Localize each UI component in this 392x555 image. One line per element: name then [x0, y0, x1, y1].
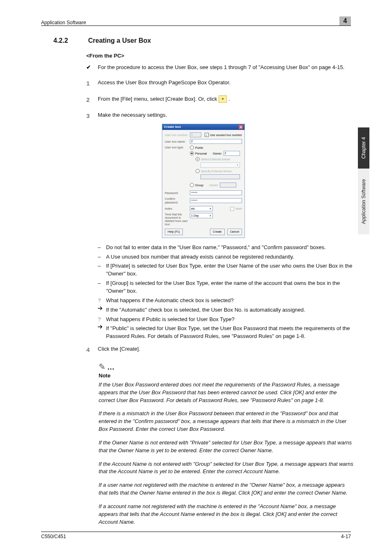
close-icon[interactable]: ✕ [239, 125, 243, 129]
use-unused-label: Use unused box number [210, 133, 242, 137]
user-box-name-input[interactable]: 2 [190, 139, 242, 144]
time-delete-label: Time that the document is deleted from u… [165, 213, 189, 226]
note-icon: ✎ [99, 362, 106, 371]
sub-heading: <From the PC> [86, 53, 353, 59]
note-paragraph: If a user name not registered with the m… [99, 481, 353, 497]
index-select[interactable]: etc▼ [190, 206, 213, 211]
step-number: 4 [86, 345, 98, 354]
help-button[interactable]: Help (F1) [165, 229, 183, 235]
personal-radio[interactable] [190, 151, 194, 155]
note-paragraph: If a account name not registered with th… [99, 503, 353, 526]
footer-model: C550/C451 [41, 534, 66, 539]
owner-input[interactable]: 2 [224, 151, 240, 156]
step-number: 1 [86, 79, 98, 88]
arrow-right-icon [98, 306, 106, 314]
create-box-icon: ✦ [219, 95, 227, 103]
dialog-titlebar: Create box ✕ [162, 124, 244, 130]
use-unused-checkbox[interactable]: ✓ [205, 133, 209, 137]
user-box-type-label: User box type: [165, 146, 189, 149]
time-delete-select[interactable]: 1 Day▼ [190, 213, 213, 218]
confirm-password-label: Confirm password: [165, 197, 189, 204]
public-label: Public [195, 146, 203, 150]
dash-icon: – [98, 280, 106, 295]
step-1: 1 Access the User Box through PageScope … [98, 79, 353, 88]
list-item: – If [Group] is selected for the User Bo… [98, 280, 353, 295]
note-heading: Note [99, 372, 353, 379]
owner-label: Owner: [212, 152, 222, 155]
dash-icon: – [98, 244, 106, 252]
dialog-title: Create box [164, 125, 181, 129]
chapter-number-badge: 4 [339, 16, 351, 25]
list-item: – A Use unused box number that already e… [98, 253, 353, 261]
answer-row: If the "Automatic" check box is selected… [98, 306, 353, 314]
index-label: Index: [165, 207, 189, 210]
select-ext-dropdown[interactable]: ▼ [201, 162, 240, 168]
user-box-number-input[interactable]: 1 [190, 132, 201, 137]
group-radio[interactable] [190, 183, 194, 187]
step-3: 3 Make the necessary settings. [98, 111, 353, 120]
side-tab-section: Application Software [358, 169, 369, 234]
page-header: Application Software 4 [41, 16, 351, 26]
section-heading: 4.2.2 Creating a User Box [53, 37, 353, 44]
question-row: ? What happens if Public is selected for… [98, 316, 353, 324]
dash-icon: – [98, 253, 106, 261]
specify-ext-input[interactable] [201, 174, 240, 179]
prereq-note: ✔ For the procedure to access the User B… [86, 64, 353, 72]
create-box-dialog: Create box ✕ User box number: 1 ✓ Use un… [162, 124, 245, 238]
main-checkbox[interactable] [230, 207, 234, 211]
arrow-right-icon [98, 325, 106, 340]
main-label: Main [235, 207, 242, 210]
step-text: From the [File] menu, select [Create Box… [98, 95, 230, 104]
step-number: 3 [86, 111, 98, 120]
specify-ext-label: Specify External Server [201, 169, 232, 173]
step-4: 4 Click the [Create]. [98, 345, 353, 354]
breadcrumb: Application Software [41, 20, 86, 25]
group-label: Group [195, 183, 203, 187]
question-icon: ? [98, 297, 106, 305]
create-button[interactable]: Create [210, 229, 225, 235]
personal-label: Personal [195, 152, 207, 155]
cancel-button[interactable]: Cancel [227, 229, 242, 235]
user-box-name-label: User box name: [165, 140, 189, 143]
select-ext-label: Select External Server [201, 157, 231, 161]
footer-page: 4-17 [341, 534, 351, 539]
step-number: 2 [86, 95, 98, 104]
step-2: 2 From the [File] menu, select [Create B… [98, 95, 353, 104]
prereq-text: For the procedure to access the User Box… [98, 64, 344, 72]
dash-icon: – [98, 262, 106, 278]
list-item: – If [Private] is selected for User Box … [98, 262, 353, 278]
step-text: Make the necessary settings. [98, 111, 167, 120]
side-tab-chapter: Chapter 4 [358, 127, 369, 169]
note-paragraph: If the Owner Name is not entered with "P… [99, 439, 353, 455]
step-text: Access the User Box through PageScope Bo… [98, 79, 231, 88]
note-paragraph: If the Account Name is not entered with … [99, 460, 353, 476]
note-block: ✎ … Note If the User Box Password entere… [99, 362, 353, 526]
note-paragraph: If there is a mismatch in the User Box P… [99, 410, 353, 433]
specify-ext-radio[interactable] [196, 169, 200, 173]
public-radio[interactable] [190, 146, 194, 150]
list-item: – Do not fail to enter data in the "User… [98, 244, 353, 252]
confirm-password-input[interactable]: ******** [190, 198, 242, 203]
answer-row: If "Public" is selected for User Box Typ… [98, 325, 353, 340]
user-box-number-label: User box number: [165, 133, 189, 137]
group-owner-label: Owner: [209, 183, 219, 187]
note-paragraph: If the User Box Password entered does no… [99, 381, 353, 405]
section-title: Creating a User Box [88, 37, 151, 44]
group-owner-input[interactable] [220, 183, 236, 187]
check-icon: ✔ [86, 64, 98, 72]
select-ext-radio[interactable] [196, 157, 200, 161]
step-text: Click the [Create]. [98, 345, 140, 354]
page-footer: C550/C451 4-17 [41, 532, 351, 539]
section-number: 4.2.2 [53, 37, 86, 44]
question-row: ? What happens if the Automatic check bo… [98, 297, 353, 305]
password-label: Password: [165, 191, 189, 195]
password-input[interactable]: ******** [190, 190, 242, 195]
question-icon: ? [98, 316, 106, 324]
